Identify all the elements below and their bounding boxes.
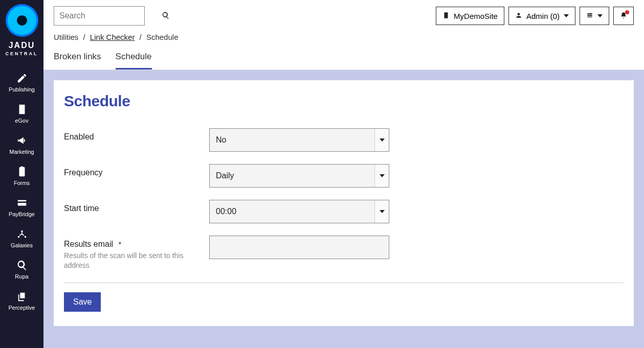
sidebar-item-label: Rupa [15,274,28,280]
user-menu-button[interactable]: Admin (0) [508,7,575,25]
field-results-email: Results email * Results of the scan will… [64,236,624,270]
sidebar-item-label: Galaxies [11,243,33,248]
notification-dot [625,10,629,14]
tabs: Broken links Schedule [43,44,644,69]
field-enabled: Enabled No [64,128,624,152]
sidebar-item-label: Forms [14,180,30,186]
label-frequency: Frequency [64,168,199,177]
label-enabled: Enabled [64,132,199,142]
sidebar-item-paybridge[interactable]: PayBridge [0,191,43,222]
storage-menu-button[interactable] [580,7,609,25]
search-icon [162,11,170,21]
label-start-time: Start time [64,204,199,213]
sidebar-item-label: Perceptive [9,305,35,311]
breadcrumb-link[interactable]: Link Checker [90,33,135,41]
user-menu-label: Admin (0) [526,12,560,20]
card-icon [16,197,28,208]
sidebar-item-galaxies[interactable]: Galaxies [0,222,43,253]
breadcrumb: Utilities / Link Checker / Schedule [43,26,644,44]
schedule-card: Schedule Enabled No Frequency [54,80,634,326]
logo-icon [6,4,38,37]
clipboard-icon [16,166,28,177]
sidebar-item-forms[interactable]: Forms [0,160,43,191]
megaphone-icon [16,135,28,146]
content-area: Schedule Enabled No Frequency [43,70,644,348]
sidebar-item-label: Marketing [9,149,34,155]
nodes-icon [16,228,28,240]
input-results-email[interactable] [216,243,383,252]
magnify-icon [16,260,28,271]
chevron-down-icon [374,165,389,187]
select-start-time-value: 00:00 [210,207,374,216]
sidebar-item-rupa[interactable]: Rupa [0,253,43,285]
breadcrumb-separator: / [81,33,88,41]
main: MyDemoSite Admin (0) [43,0,644,348]
label-results-email-text: Results email [64,240,113,248]
field-frequency: Frequency Daily [64,164,624,188]
brand-logo[interactable]: JADU CENTRAL [4,4,40,61]
hint-results-email: Results of the scan will be sent to this… [64,251,187,270]
sidebar-item-label: Publishing [9,87,35,92]
building-icon [16,104,28,115]
side-nav: Publishing eGov Marketing Forms PayBridg… [0,66,43,316]
chevron-down-icon [374,200,389,223]
chevron-down-icon [374,129,389,151]
sidebar-item-perceptive[interactable]: Perceptive [0,285,43,316]
select-frequency[interactable]: Daily [209,164,389,188]
notifications-button[interactable] [613,7,634,25]
search-box[interactable] [54,6,145,26]
sidebar-item-publishing[interactable]: Publishing [0,66,43,98]
select-start-time[interactable]: 00:00 [209,200,389,223]
tab-schedule[interactable]: Schedule [116,52,152,69]
sidebar-item-label: eGov [15,118,28,124]
stack-icon [586,12,593,20]
copy-icon [16,291,28,302]
breadcrumb-separator: / [137,33,144,41]
field-start-time: Start time 00:00 [64,200,624,223]
page-title: Schedule [64,92,624,110]
user-icon [515,12,522,20]
sidebar: JADU CENTRAL Publishing eGov Marketing F… [0,0,43,348]
breadcrumb-current: Schedule [146,33,179,41]
brand-subtitle: CENTRAL [6,51,38,56]
chevron-down-icon [564,14,569,17]
tab-broken-links[interactable]: Broken links [54,52,101,69]
select-enabled[interactable]: No [209,128,389,152]
pencil-icon [16,73,28,84]
breadcrumb-root: Utilities [54,33,78,41]
label-results-email: Results email * [64,240,199,249]
input-results-email-wrap [209,236,389,259]
top-actions: MyDemoSite Admin (0) [436,7,634,25]
sidebar-item-label: PayBridge [9,212,35,217]
site-switcher-label: MyDemoSite [454,12,498,20]
chevron-down-icon [597,14,603,17]
sidebar-item-egov[interactable]: eGov [0,98,43,129]
form-divider [64,283,624,283]
select-enabled-value: No [210,135,374,145]
search-input[interactable] [59,11,162,20]
select-frequency-value: Daily [210,171,374,180]
required-mark: * [118,240,121,248]
site-icon [442,12,450,20]
site-switcher-button[interactable]: MyDemoSite [436,7,504,25]
brand-name: JADU [9,41,35,50]
save-button[interactable]: Save [64,292,101,312]
sidebar-item-marketing[interactable]: Marketing [0,129,43,160]
top-chrome: MyDemoSite Admin (0) [43,0,644,70]
